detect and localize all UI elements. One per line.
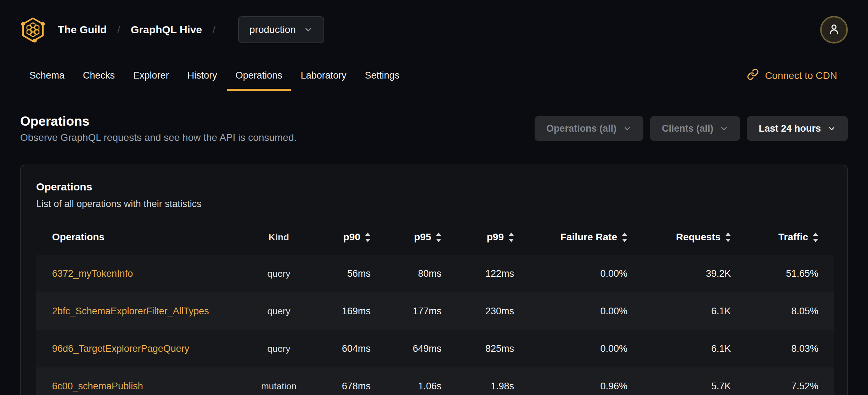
page-title: Operations [20, 113, 297, 130]
operation-failure-rate: 0.96% [514, 367, 628, 395]
operation-traffic: 7.52% [731, 367, 834, 395]
operation-failure-rate: 0.00% [514, 292, 628, 330]
operation-link[interactable]: 96d6_TargetExplorerPageQuery [52, 343, 189, 354]
connect-cdn-link[interactable]: Connect to CDN [747, 68, 837, 83]
filter-toolbar: Operations (all) Clients (all) Last 24 h… [535, 116, 848, 141]
sort-icon [436, 233, 441, 242]
operations-card: Operations List of all operations with t… [20, 165, 848, 395]
card-title: Operations [36, 180, 833, 194]
nav-tab[interactable]: History [178, 59, 226, 92]
card-subtitle: List of all operations with their statis… [36, 198, 833, 210]
breadcrumb-separator: / [117, 24, 120, 35]
nav-tab-label: History [187, 70, 217, 81]
operation-row[interactable]: 6372_myTokenInfo query 56ms 80ms 122ms 0… [36, 255, 834, 292]
link-icon [747, 68, 759, 83]
operation-p95: 177ms [371, 292, 442, 330]
operation-p90: 56ms [323, 255, 371, 292]
operation-row[interactable]: 96d6_TargetExplorerPageQuery query 604ms… [36, 330, 834, 367]
nav-tab[interactable]: Checks [74, 59, 124, 92]
column-header-operations: Operations [36, 219, 235, 255]
operation-p99: 230ms [442, 292, 514, 330]
operation-requests: 5.7K [628, 367, 731, 395]
operation-requests: 6.1K [628, 330, 731, 367]
operation-p99: 122ms [442, 255, 514, 292]
user-avatar[interactable] [820, 16, 848, 44]
operation-p99: 1.98s [442, 367, 514, 395]
project-nav-bar: Schema Checks Explorer History Operation… [0, 59, 868, 92]
operation-kind: mutation [235, 367, 323, 395]
column-header-p99[interactable]: p99 [442, 219, 514, 255]
operation-p90: 678ms [323, 367, 371, 395]
operation-failure-rate: 0.00% [514, 255, 628, 292]
operation-p95: 649ms [371, 330, 442, 367]
operation-p95: 80ms [371, 255, 442, 292]
top-bar: The Guild / GraphQL Hive / production [0, 0, 868, 59]
sort-icon [508, 233, 514, 242]
chevron-down-icon [720, 124, 728, 133]
operation-link[interactable]: 6372_myTokenInfo [52, 268, 133, 279]
operation-p99: 825ms [442, 330, 514, 367]
period-filter-label: Last 24 hours [759, 123, 821, 134]
operation-requests: 6.1K [628, 292, 731, 330]
clients-filter-label: Clients (all) [662, 123, 714, 134]
sort-icon [365, 233, 371, 242]
breadcrumb: The Guild / GraphQL Hive / [58, 24, 226, 36]
operation-p90: 169ms [323, 292, 371, 330]
nav-tab-label: Settings [365, 70, 400, 81]
hive-logo-icon[interactable] [20, 16, 46, 43]
connect-cdn-label: Connect to CDN [765, 70, 837, 81]
sort-icon [725, 233, 731, 242]
nav-tab-label: Laboratory [301, 70, 346, 81]
operation-traffic: 8.03% [731, 330, 834, 367]
nav-tab-label: Checks [83, 70, 115, 81]
nav-tab[interactable]: Operations [226, 59, 292, 92]
operation-kind: query [235, 255, 323, 292]
operation-traffic: 8.05% [731, 292, 834, 330]
operation-link[interactable]: 2bfc_SchemaExplorerFilter_AllTypes [52, 306, 209, 316]
chevron-down-icon [827, 124, 836, 133]
period-filter-dropdown[interactable]: Last 24 hours [747, 116, 848, 141]
chevron-down-icon [304, 25, 313, 34]
operation-traffic: 51.65% [731, 255, 834, 292]
graphql-hive-app: The Guild / GraphQL Hive / production S [0, 0, 868, 395]
target-selector[interactable]: production [238, 16, 324, 43]
column-header-requests[interactable]: Requests [628, 219, 731, 255]
page-heading: Operations Observe GraphQL requests and … [20, 113, 297, 144]
operation-failure-rate: 0.00% [514, 330, 628, 367]
sort-icon [622, 233, 627, 242]
nav-tab[interactable]: Settings [356, 59, 409, 92]
project-tabs: Schema Checks Explorer History Operation… [20, 59, 408, 92]
chevron-down-icon [623, 124, 632, 133]
nav-tab-label: Operations [236, 70, 282, 81]
column-header-p95[interactable]: p95 [371, 219, 442, 255]
user-icon [827, 22, 841, 37]
sort-icon [813, 233, 818, 242]
operations-filter-label: Operations (all) [546, 123, 616, 134]
operation-kind: query [235, 330, 323, 367]
column-header-kind: Kind [235, 219, 323, 255]
operations-filter-dropdown[interactable]: Operations (all) [535, 116, 643, 141]
nav-tab[interactable]: Explorer [124, 59, 178, 92]
operation-link[interactable]: 6c00_schemaPublish [52, 381, 143, 391]
operations-page: Operations Observe GraphQL requests and … [0, 113, 868, 395]
operation-row[interactable]: 2bfc_SchemaExplorerFilter_AllTypes query… [36, 292, 834, 330]
target-selector-value: production [249, 24, 296, 35]
column-header-failure-rate[interactable]: Failure Rate [514, 219, 628, 255]
operation-kind: query [235, 292, 323, 330]
table-header-row: Operations Kind p90 p95 p99 [36, 219, 834, 255]
operation-row[interactable]: 6c00_schemaPublish mutation 678ms 1.06s … [36, 367, 834, 395]
breadcrumb-org[interactable]: The Guild [58, 24, 107, 36]
breadcrumb-project[interactable]: GraphQL Hive [131, 24, 202, 36]
operation-p90: 604ms [323, 330, 371, 367]
nav-tab-label: Explorer [133, 70, 169, 81]
operations-table: Operations Kind p90 p95 p99 [36, 219, 834, 395]
nav-tab[interactable]: Schema [20, 59, 74, 92]
operation-p95: 1.06s [371, 367, 442, 395]
nav-tab-label: Schema [29, 70, 64, 81]
page-subtitle: Observe GraphQL requests and see how the… [20, 131, 297, 144]
column-header-traffic[interactable]: Traffic [731, 219, 834, 255]
clients-filter-dropdown[interactable]: Clients (all) [650, 116, 740, 141]
nav-tab[interactable]: Laboratory [292, 59, 356, 92]
column-header-p90[interactable]: p90 [323, 219, 371, 255]
operation-requests: 39.2K [628, 255, 731, 292]
